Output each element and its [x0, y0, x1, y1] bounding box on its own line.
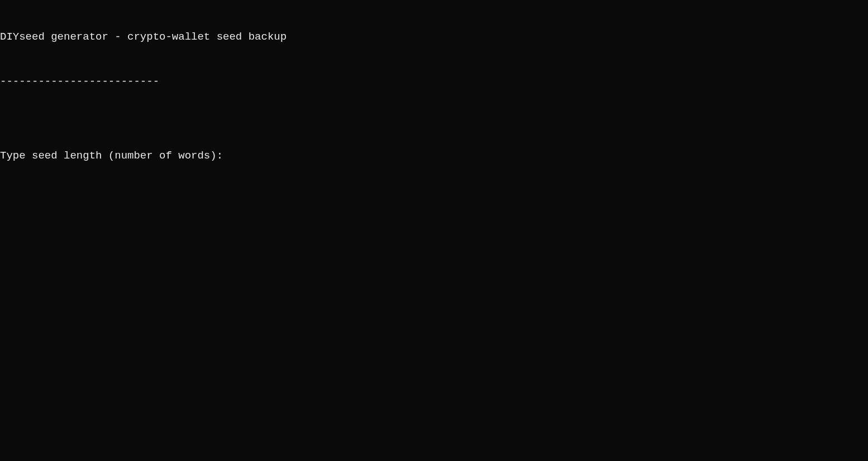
prompt-text: Type seed length (number of words):: [0, 148, 223, 164]
title-line: DIYseed generator - crypto-wallet seed b…: [0, 30, 868, 45]
prompt-line: Type seed length (number of words):: [0, 148, 868, 164]
seed-length-input[interactable]: [226, 150, 354, 162]
terminal-output: DIYseed generator - crypto-wallet seed b…: [0, 0, 868, 178]
separator-line: -------------------------: [0, 74, 868, 89]
